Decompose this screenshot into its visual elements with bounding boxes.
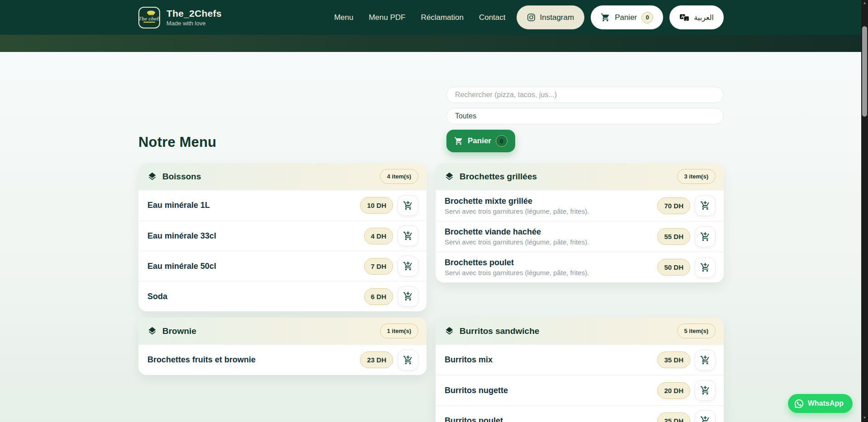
layers-icon <box>147 326 157 336</box>
instagram-icon <box>527 13 536 22</box>
chef-hat-icon <box>146 10 156 16</box>
item-name: Eau minérale 1L <box>147 201 210 210</box>
whatsapp-button-label: WhatsApp <box>808 399 844 408</box>
menu-item-row: Eau minérale 50cl 7 DH <box>138 251 427 281</box>
category-card-brownie: Brownie 1 item(s) Brochettes fruits et b… <box>138 318 427 375</box>
price-badge: 25 DH <box>657 413 690 422</box>
layers-icon <box>445 326 454 336</box>
instagram-button-label: Instagram <box>540 13 574 22</box>
add-to-cart-button[interactable] <box>695 380 716 401</box>
add-to-cart-button[interactable] <box>398 225 418 246</box>
nav-link-menu-pdf[interactable]: Menu PDF <box>369 13 405 22</box>
add-to-cart-button[interactable] <box>695 226 716 247</box>
scrollbar-thumb[interactable] <box>862 26 867 117</box>
category-header: Burritos sandwiche 5 item(s) <box>436 318 724 345</box>
add-to-cart-button[interactable] <box>695 350 716 370</box>
category-title: Brochettes grillées <box>460 172 537 182</box>
top-navbar: The chefs The_2Chefs Made with love Menu… <box>0 0 868 35</box>
page-title: Notre Menu <box>138 134 446 152</box>
logo-script-text: The chefs <box>138 16 160 21</box>
item-name: Brochette viande hachée <box>445 227 589 237</box>
item-name: Brochettes poulet <box>445 258 589 267</box>
scroll-down-arrow[interactable]: ▼ <box>861 415 868 421</box>
menu-item-row: Burritos poulet 25 DH <box>436 405 724 422</box>
item-description: Servi avec trois garnitures (légume, pât… <box>445 269 589 277</box>
add-to-cart-button[interactable] <box>695 257 716 278</box>
add-to-cart-button[interactable] <box>398 256 418 277</box>
add-to-cart-button[interactable] <box>695 195 716 216</box>
brand: The chefs The_2Chefs Made with love <box>138 7 222 28</box>
price-badge: 70 DH <box>657 197 690 214</box>
category-count-badge: 1 item(s) <box>380 324 418 338</box>
main-nav: Menu Menu PDF Réclamation Contact Instag… <box>334 5 724 29</box>
scroll-up-arrow[interactable]: ▲ <box>861 0 868 6</box>
scrollbar-track[interactable]: ▲ ▼ <box>861 0 868 422</box>
menu-item-row: Brochette mixte grillée Servi avec trois… <box>436 190 724 221</box>
category-title: Burritos sandwiche <box>460 326 539 336</box>
price-badge: 20 DH <box>657 382 690 399</box>
category-select[interactable]: Toutes <box>446 108 724 124</box>
menu-item-row: Burritos nugette 20 DH <box>436 375 724 405</box>
cart-icon <box>601 13 610 22</box>
svg-text:ز: ز <box>685 16 688 20</box>
menu-item-row: Brochette viande hachée Servi avec trois… <box>436 221 724 252</box>
logo-underline <box>143 22 155 23</box>
brand-logo[interactable]: The chefs <box>138 7 160 28</box>
translate-icon: Aز <box>679 13 689 22</box>
price-badge: 10 DH <box>360 197 393 214</box>
language-label: العربية <box>694 13 714 22</box>
add-to-cart-button[interactable] <box>695 410 716 422</box>
category-header: Brochettes grillées 3 item(s) <box>436 163 724 190</box>
category-header: Brownie 1 item(s) <box>138 318 427 345</box>
menu-grid: Boissons 4 item(s) Eau minérale 1L 10 DH… <box>138 163 724 422</box>
menu-controls: Toutes Panier 0 <box>446 87 724 152</box>
cart-summary-button[interactable]: Panier 0 <box>446 130 515 152</box>
category-card-burritos: Burritos sandwiche 5 item(s) Burritos mi… <box>436 318 724 422</box>
svg-text:A: A <box>681 14 684 19</box>
search-input[interactable] <box>446 87 724 103</box>
item-name: Brochette mixte grillée <box>445 197 589 206</box>
price-badge: 23 DH <box>360 352 393 368</box>
whatsapp-icon <box>794 399 804 409</box>
whatsapp-button[interactable]: WhatsApp <box>788 394 853 413</box>
category-title: Brownie <box>162 326 196 336</box>
header-cart-button[interactable]: Panier 0 <box>591 5 663 29</box>
price-badge: 35 DH <box>657 352 690 368</box>
header-cart-count-badge: 0 <box>641 12 653 23</box>
layers-icon <box>147 172 157 181</box>
add-to-cart-button[interactable] <box>398 350 418 370</box>
price-badge: 55 DH <box>657 228 690 245</box>
cart-icon <box>454 136 463 145</box>
category-count-badge: 4 item(s) <box>380 169 418 184</box>
language-toggle-button[interactable]: Aز العربية <box>669 5 724 29</box>
nav-link-contact[interactable]: Contact <box>479 13 506 22</box>
nav-link-reclamation[interactable]: Réclamation <box>421 13 464 22</box>
site-title: The_2Chefs <box>166 8 222 19</box>
item-name: Eau minérale 50cl <box>147 262 216 271</box>
hero-band <box>0 35 868 52</box>
category-select-value: Toutes <box>455 112 476 120</box>
category-card-brochettes-grillees: Brochettes grillées 3 item(s) Brochette … <box>436 163 724 282</box>
item-description: Servi avec trois garnitures (légume, pât… <box>445 238 589 246</box>
item-name: Burritos mix <box>445 355 493 365</box>
menu-item-row: Eau minérale 1L 10 DH <box>138 190 427 220</box>
header-cart-label: Panier <box>615 13 637 22</box>
instagram-button[interactable]: Instagram <box>517 5 585 29</box>
category-title: Boissons <box>162 172 201 182</box>
layers-icon <box>445 172 454 181</box>
menu-item-row: Brochettes fruits et brownie 23 DH <box>138 345 427 375</box>
cart-summary-label: Panier <box>468 136 491 145</box>
menu-item-row: Eau minérale 33cl 4 DH <box>138 220 427 251</box>
nav-link-menu[interactable]: Menu <box>334 13 354 22</box>
item-name: Burritos poulet <box>445 416 503 422</box>
cart-summary-count-badge: 0 <box>496 135 508 147</box>
category-card-boissons: Boissons 4 item(s) Eau minérale 1L 10 DH… <box>138 163 427 311</box>
menu-item-row: Burritos mix 35 DH <box>436 345 724 375</box>
main-content: Notre Menu Toutes Panier 0 <box>0 52 868 422</box>
add-to-cart-button[interactable] <box>398 286 418 307</box>
item-description: Servi avec trois garnitures (légume, pât… <box>445 207 589 215</box>
item-name: Eau minérale 33cl <box>147 231 216 241</box>
menu-item-row: Soda 6 DH <box>138 281 427 311</box>
category-header: Boissons 4 item(s) <box>138 163 427 190</box>
add-to-cart-button[interactable] <box>398 195 418 216</box>
